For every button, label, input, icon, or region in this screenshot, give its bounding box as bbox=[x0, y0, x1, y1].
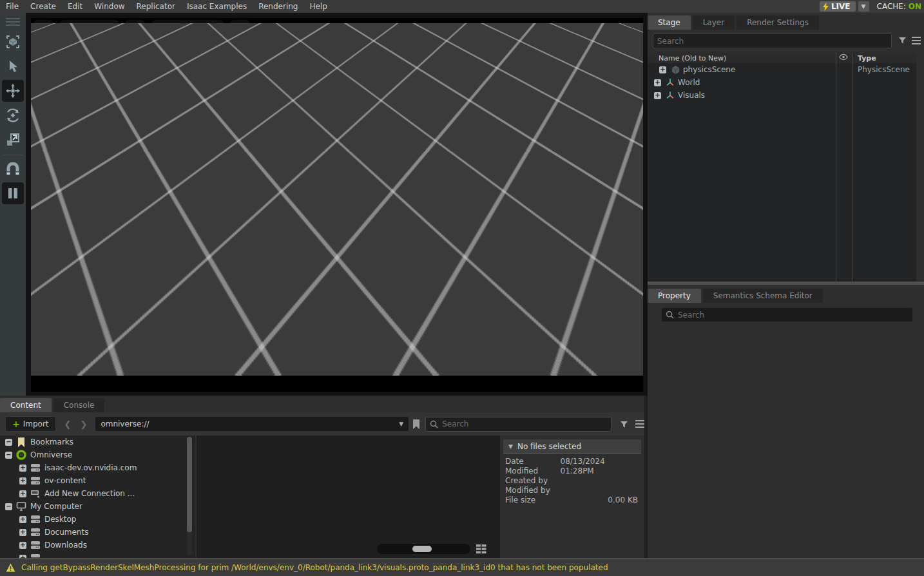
tab-layer[interactable]: Layer bbox=[693, 15, 735, 30]
snap-magnet-tool[interactable] bbox=[2, 158, 24, 180]
content-tree-item-desktop[interactable]: +Desktop bbox=[0, 513, 195, 526]
import-button[interactable]: + Import bbox=[5, 416, 56, 432]
rotate-tool[interactable] bbox=[2, 104, 24, 126]
expand-plus-icon[interactable]: + bbox=[19, 477, 26, 485]
forward-button[interactable]: ❯ bbox=[75, 419, 91, 429]
content-search-input[interactable] bbox=[442, 419, 607, 428]
pause-tool[interactable] bbox=[2, 182, 24, 204]
tree-scrollbar[interactable] bbox=[187, 437, 192, 555]
robot-arm bbox=[432, 35, 455, 81]
expand-plus-icon[interactable]: + bbox=[654, 79, 661, 86]
visibility-column-eye-icon[interactable] bbox=[839, 53, 848, 61]
content-tree-label: ov-content bbox=[44, 476, 86, 485]
omniverse-icon bbox=[16, 450, 26, 460]
stage-row-world[interactable]: +World bbox=[648, 76, 916, 89]
menu-item-file[interactable]: File bbox=[0, 0, 24, 13]
content-browser: Content Console + Import ❮ ❯ ▼ bbox=[0, 396, 644, 558]
property-search[interactable] bbox=[662, 308, 912, 322]
live-button[interactable]: LIVE bbox=[820, 1, 856, 12]
back-button[interactable]: ❮ bbox=[60, 419, 76, 429]
live-dropdown-chevron-icon[interactable]: ▼ bbox=[858, 1, 869, 12]
tab-console[interactable]: Console bbox=[53, 398, 105, 412]
drive-icon bbox=[30, 475, 41, 486]
toolbar-grip-icon[interactable] bbox=[6, 15, 20, 28]
tab-render-settings[interactable]: Render Settings bbox=[736, 15, 819, 30]
stage-row-physicsscene[interactable]: +physicsScenePhysicsScene bbox=[648, 63, 916, 76]
content-tree-item-ov-content[interactable]: +ov-content bbox=[0, 474, 195, 487]
expand-plus-icon[interactable]: + bbox=[19, 542, 26, 549]
content-tree-item-documents[interactable]: +Documents bbox=[0, 526, 195, 539]
scale-tool[interactable] bbox=[2, 129, 24, 151]
stage-column-headers: Name (Old to New) Type bbox=[648, 53, 916, 63]
content-search[interactable] bbox=[425, 417, 611, 432]
stage-options-icon[interactable] bbox=[912, 35, 921, 45]
zoom-slider-handle[interactable] bbox=[412, 546, 432, 552]
stage-search[interactable] bbox=[653, 34, 892, 48]
expand-plus-icon[interactable]: + bbox=[19, 516, 26, 523]
expand-plus-icon[interactable]: + bbox=[19, 490, 26, 497]
move-tool[interactable] bbox=[2, 80, 24, 102]
eye-icon bbox=[130, 25, 140, 33]
path-input[interactable] bbox=[101, 419, 399, 428]
column-type[interactable]: Type bbox=[858, 54, 876, 62]
toolbar-divider bbox=[3, 155, 23, 155]
content-tree-item-partial: + bbox=[0, 552, 195, 558]
collapse-minus-icon[interactable]: − bbox=[5, 452, 12, 459]
path-dropdown-icon[interactable]: ▼ bbox=[399, 421, 403, 427]
file-grid-area[interactable] bbox=[197, 436, 500, 558]
tab-semantics-schema-editor[interactable]: Semantics Schema Editor bbox=[703, 289, 823, 303]
cursor-icon bbox=[7, 60, 19, 73]
cursor-tool[interactable] bbox=[2, 55, 24, 77]
broadcast-button[interactable] bbox=[230, 20, 250, 37]
collapse-caret-icon: ▼ bbox=[508, 443, 513, 450]
cache-status: CACHE: ON bbox=[872, 2, 921, 11]
viewport-3d[interactable]: Renderer Perspective bbox=[31, 18, 643, 392]
status-message: Calling getBypassRenderSkelMeshProcessin… bbox=[21, 563, 608, 572]
cache-value: ON bbox=[909, 2, 921, 11]
broadcast-icon bbox=[235, 24, 246, 34]
grid-view-icon[interactable] bbox=[475, 543, 488, 555]
tab-property[interactable]: Property bbox=[648, 289, 701, 303]
menu-item-create[interactable]: Create bbox=[24, 0, 62, 13]
content-tree-item-downloads[interactable]: +Downloads bbox=[0, 539, 195, 552]
content-tree-item-isaac-dev-ov-nvidia-com[interactable]: +isaac-dev.ov.nvidia.com bbox=[0, 461, 195, 474]
collapse-minus-icon[interactable]: − bbox=[5, 439, 12, 446]
thumbnail-zoom-slider[interactable] bbox=[377, 544, 470, 554]
details-label: Date Modified bbox=[505, 457, 557, 476]
expand-plus-icon[interactable]: + bbox=[19, 529, 26, 536]
menu-item-isaac-examples[interactable]: Isaac Examples bbox=[181, 0, 253, 13]
tab-stage[interactable]: Stage bbox=[648, 15, 691, 30]
video-camera-icon bbox=[157, 24, 169, 34]
content-tree-item-omniverse[interactable]: −Omniverse bbox=[0, 448, 195, 461]
menu-item-replicator[interactable]: Replicator bbox=[131, 0, 181, 13]
status-bar: Calling getBypassRenderSkelMeshProcessin… bbox=[0, 558, 924, 576]
stage-row-visuals[interactable]: +Visuals bbox=[648, 89, 916, 102]
content-tree-item-my-computer[interactable]: −My Computer bbox=[0, 500, 195, 513]
tab-content[interactable]: Content bbox=[0, 398, 52, 412]
path-bar[interactable]: ▼ bbox=[95, 417, 409, 431]
content-filter-icon[interactable] bbox=[619, 419, 629, 429]
content-tree-item-bookmarks[interactable]: −Bookmarks bbox=[0, 436, 195, 448]
column-name[interactable]: Name (Old to New) bbox=[659, 54, 726, 62]
menu-item-help[interactable]: Help bbox=[303, 0, 332, 13]
stage-search-input[interactable] bbox=[657, 37, 887, 46]
menu-item-edit[interactable]: Edit bbox=[62, 0, 88, 13]
content-options-icon[interactable] bbox=[635, 419, 644, 429]
collapse-minus-icon[interactable]: − bbox=[5, 503, 12, 510]
details-title: No files selected bbox=[517, 442, 581, 451]
scrollbar-thumb[interactable] bbox=[187, 437, 192, 532]
expand-plus-icon[interactable]: + bbox=[659, 66, 666, 73]
menu-item-window[interactable]: Window bbox=[88, 0, 130, 13]
stage-filter-icon[interactable] bbox=[898, 35, 907, 45]
expand-plus-icon[interactable]: + bbox=[654, 92, 661, 99]
property-search-input[interactable] bbox=[678, 311, 909, 320]
bookmark-icon[interactable] bbox=[412, 419, 420, 429]
details-header[interactable]: ▼ No files selected bbox=[503, 439, 641, 454]
expand-plus-icon[interactable]: + bbox=[19, 465, 26, 472]
menu-item-rendering[interactable]: Rendering bbox=[253, 0, 303, 13]
select-box-tool[interactable] bbox=[2, 31, 24, 53]
content-tree-item-add-new-connection[interactable]: +Add New Connection ... bbox=[0, 487, 195, 500]
left-toolbar bbox=[0, 13, 26, 396]
content-tab-row: Content Console bbox=[0, 396, 644, 412]
robot-arm bbox=[520, 82, 573, 187]
